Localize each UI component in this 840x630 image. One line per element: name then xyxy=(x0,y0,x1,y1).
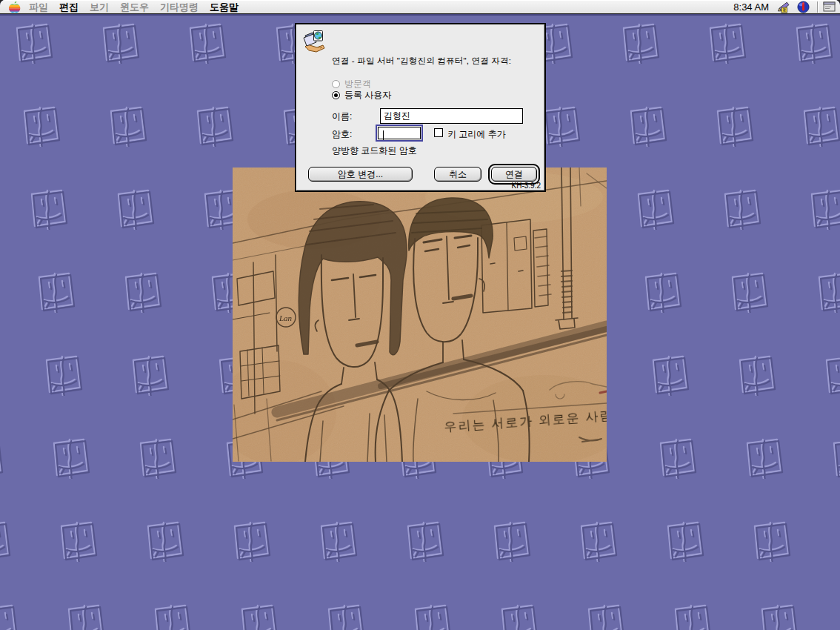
active-application-icon[interactable] xyxy=(797,1,810,13)
connect-dialog: 연결 - 파일 서버 "김형진의 컴퓨터", 연결 자격: 방문객 등록 사용자… xyxy=(295,23,546,192)
password-focus-ring xyxy=(376,125,423,142)
keychain-checkbox-label: 키 고리에 추가 xyxy=(447,128,506,141)
screen: Lan 우리는 서로가 외로운 사람들 파일 편집 보기 윈도우 xyxy=(0,0,840,630)
version-label: KH-3.9.2 xyxy=(512,182,541,190)
cancel-button[interactable]: 취소 xyxy=(434,167,481,182)
guest-radio[interactable] xyxy=(332,80,340,88)
artwork-doodle-text: Lan xyxy=(279,314,293,322)
encryption-note: 양방향 코드화된 암호 xyxy=(332,145,417,157)
text-caret xyxy=(383,130,384,140)
input-method-pencil-icon[interactable] xyxy=(776,1,791,13)
change-password-button[interactable]: 암호 변경... xyxy=(308,167,413,182)
name-input[interactable] xyxy=(380,108,523,124)
menu-other-commands[interactable]: 기타명령 xyxy=(160,0,199,14)
apple-menu[interactable] xyxy=(7,1,21,13)
password-input[interactable] xyxy=(378,127,421,139)
keychain-checkbox[interactable] xyxy=(434,128,443,137)
file-server-icon xyxy=(301,29,327,54)
registered-user-radio[interactable] xyxy=(332,91,340,99)
registered-user-radio-label: 등록 사용자 xyxy=(344,89,391,102)
dialog-title: 연결 - 파일 서버 "김형진의 컴퓨터", 연결 자격: xyxy=(332,56,544,67)
menu-window[interactable]: 윈도우 xyxy=(120,0,149,14)
menu-file[interactable]: 파일 xyxy=(29,0,48,14)
name-label: 이름: xyxy=(332,110,352,123)
menu-bar: 파일 편집 보기 윈도우 기타명령 도움말 8:34 AM xyxy=(0,0,840,14)
menu-edit[interactable]: 편집 xyxy=(59,0,79,14)
menu-view[interactable]: 보기 xyxy=(90,0,109,14)
menu-bar-separator xyxy=(817,1,819,13)
apple-icon xyxy=(7,1,21,13)
application-switcher-icon[interactable] xyxy=(823,1,836,12)
menu-help[interactable]: 도움말 xyxy=(210,0,239,14)
connect-button[interactable]: 연결 xyxy=(491,167,537,182)
menu-bar-right: 8:34 AM xyxy=(733,0,840,13)
desktop-picture: Lan 우리는 서로가 외로운 사람들 xyxy=(233,168,607,462)
menu-bar-clock[interactable]: 8:34 AM xyxy=(733,0,769,14)
password-label: 암호: xyxy=(332,128,352,141)
menu-list: 파일 편집 보기 윈도우 기타명령 도움말 xyxy=(29,0,250,14)
